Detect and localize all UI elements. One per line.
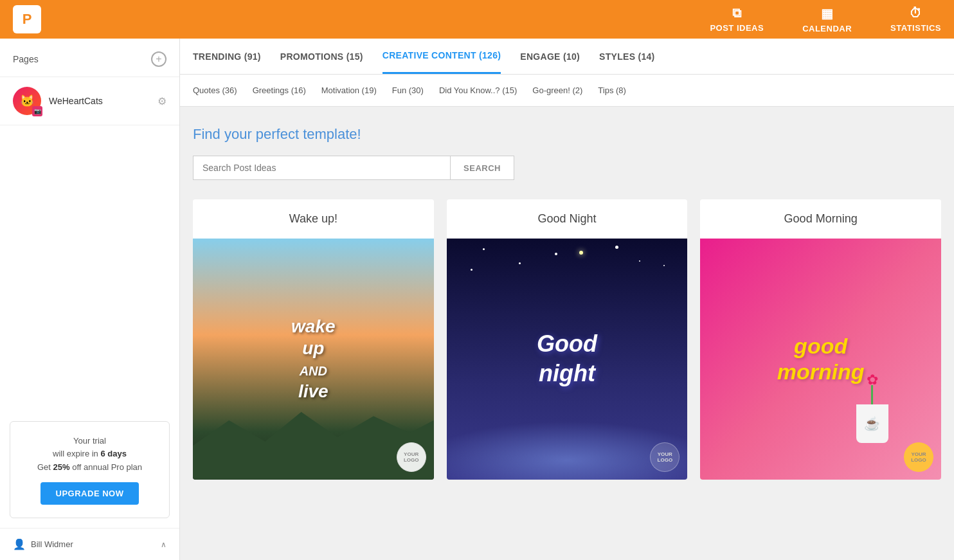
subtab-did-you-know[interactable]: Did You Know..? (15) (439, 77, 517, 104)
sidebar-account[interactable]: 🐱 📷 WeHeartCats ⚙ (0, 77, 179, 125)
subtab-quotes[interactable]: Quotes (36) (193, 77, 237, 104)
nav-statistics-label: STATISTICS (890, 23, 941, 33)
good-morning-text: goodmorning (777, 333, 865, 386)
upgrade-now-button[interactable]: UPGRADE NOW (40, 482, 140, 505)
tab-trending[interactable]: TRENDING (91) (193, 40, 261, 73)
subtab-tips[interactable]: Tips (8) (598, 77, 626, 104)
sidebar-username: Bill Widmer (31, 539, 73, 549)
avatar: 🐱 📷 (13, 87, 41, 115)
card-good-morning[interactable]: Good Morning goodmorning ✿ ☕ YOUR LOGO (700, 199, 941, 480)
subtab-greetings[interactable]: Greetings (16) (253, 77, 306, 104)
nav-post-ideas-label: POST IDEAS (710, 23, 764, 33)
nav-post-ideas[interactable]: ⧉ POST IDEAS (710, 6, 764, 33)
tab-promotions[interactable]: PROMOTIONS (15) (280, 40, 363, 73)
main-tabs: TRENDING (91) PROMOTIONS (15) CREATIVE C… (180, 39, 954, 75)
wake-up-bg: wakeupANDlive YOUR LOGO (193, 239, 434, 480)
statistics-icon: ⏱ (909, 6, 923, 21)
card-wake-up-title: Wake up! (193, 199, 434, 239)
pages-label: Pages (13, 54, 39, 64)
content-area: TRENDING (91) PROMOTIONS (15) CREATIVE C… (180, 39, 954, 560)
user-icon: 👤 (13, 538, 26, 550)
clouds-decoration (447, 383, 688, 480)
tab-creative[interactable]: CREATIVE CONTENT (126) (382, 39, 501, 74)
stars-decoration (447, 239, 688, 359)
sub-tabs: Quotes (36) Greetings (16) Motivation (1… (180, 75, 954, 107)
nav-statistics[interactable]: ⏱ STATISTICS (890, 6, 941, 33)
your-logo-badge-3: YOUR LOGO (904, 442, 933, 472)
top-nav: P ⧉ POST IDEAS ▦ CALENDAR ⏱ STATISTICS (0, 0, 954, 39)
good-morning-bg: goodmorning ✿ ☕ YOUR LOGO (700, 239, 941, 480)
card-good-night[interactable]: Good Night (447, 199, 688, 480)
mountain-silhouette (193, 395, 434, 480)
tab-engage[interactable]: ENGAGE (10) (520, 40, 580, 73)
your-logo-badge-1: YOUR LOGO (397, 442, 426, 472)
instagram-badge: 📷 (32, 106, 42, 116)
cards-grid: Wake up! wakeupANDlive YOUR LOGO Good Ni… (193, 199, 941, 480)
upgrade-text: Your trialwill expire in 6 days Get 25% … (20, 435, 159, 474)
search-bar: SEARCH (193, 156, 514, 180)
account-name: WeHeartCats (49, 96, 150, 106)
upgrade-box: Your trialwill expire in 6 days Get 25% … (10, 421, 170, 518)
good-night-bg: Goodnight YOUR LOGO (447, 239, 688, 480)
chevron-up-icon: ∧ (161, 540, 166, 549)
nav-calendar[interactable]: ▦ CALENDAR (802, 6, 852, 33)
card-good-morning-title: Good Morning (700, 199, 941, 239)
sidebar: Pages + 🐱 📷 WeHeartCats ⚙ Your trialwill… (0, 39, 180, 560)
card-wake-up[interactable]: Wake up! wakeupANDlive YOUR LOGO (193, 199, 434, 480)
main-wrapper: Pages + 🐱 📷 WeHeartCats ⚙ Your trialwill… (0, 39, 954, 560)
sidebar-pages: Pages + (0, 39, 179, 77)
search-input[interactable] (193, 156, 451, 180)
card-wake-up-image: wakeupANDlive YOUR LOGO (193, 239, 434, 480)
top-nav-items: ⧉ POST IDEAS ▦ CALENDAR ⏱ STATISTICS (710, 6, 941, 33)
tab-styles[interactable]: STYLES (14) (599, 40, 655, 73)
gear-icon[interactable]: ⚙ (158, 95, 166, 107)
card-good-night-title: Good Night (447, 199, 688, 239)
card-good-night-image: Goodnight YOUR LOGO (447, 239, 688, 480)
wake-up-text: wakeupANDlive (291, 316, 336, 402)
calendar-icon: ▦ (821, 6, 834, 21)
app-logo[interactable]: P (13, 5, 41, 33)
card-good-morning-image: goodmorning ✿ ☕ YOUR LOGO (700, 239, 941, 480)
post-ideas-content: Find your perfect template! SEARCH Wake … (180, 107, 954, 560)
subtab-fun[interactable]: Fun (30) (392, 77, 424, 104)
your-logo-badge-2: YOUR LOGO (650, 442, 680, 472)
find-template-title: Find your perfect template! (193, 126, 941, 143)
nav-calendar-label: CALENDAR (802, 24, 852, 33)
subtab-motivation[interactable]: Motivation (19) (321, 77, 377, 104)
post-ideas-icon: ⧉ (732, 6, 742, 21)
subtab-go-green[interactable]: Go-green! (2) (532, 77, 582, 104)
add-page-button[interactable]: + (151, 51, 166, 67)
search-button[interactable]: SEARCH (451, 156, 514, 180)
sidebar-user[interactable]: 👤 Bill Widmer ∧ (0, 528, 179, 560)
